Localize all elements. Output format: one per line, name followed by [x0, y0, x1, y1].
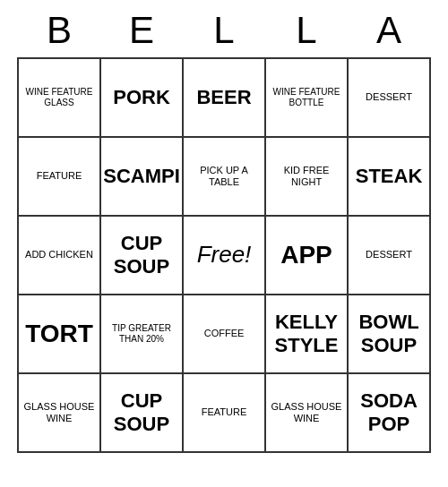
cell-1-1: SCAMPI — [101, 138, 184, 217]
cell-3-0: TORT — [19, 295, 101, 374]
cell-4-4: SODA POP — [349, 374, 431, 453]
cell-1-3: KID FREE NIGHT — [266, 138, 349, 217]
title-letter: B — [18, 9, 100, 52]
cell-3-2: COFFEE — [184, 295, 266, 374]
cell-1-0: FEATURE — [19, 138, 101, 217]
cell-4-3: GLASS HOUSE WINE — [266, 374, 349, 453]
cell-2-2: Free! — [184, 217, 266, 295]
cell-4-1: CUP SOUP — [101, 374, 184, 453]
cell-0-3: WINE FEATURE BOTTLE — [266, 59, 349, 138]
bingo-grid: WINE FEATURE GLASSPORKBEERWINE FEATURE B… — [17, 57, 431, 453]
cell-2-0: ADD CHICKEN — [19, 217, 101, 295]
cell-4-0: GLASS HOUSE WINE — [19, 374, 101, 453]
cell-3-1: TIP GREATER THAN 20% — [101, 295, 184, 374]
cell-3-4: BOWL SOUP — [349, 295, 431, 374]
title-letter: A — [348, 9, 430, 52]
cell-0-0: WINE FEATURE GLASS — [19, 59, 101, 138]
title-letter: L — [183, 9, 265, 52]
cell-2-4: DESSERT — [349, 217, 431, 295]
cell-3-3: KELLY STYLE — [266, 295, 349, 374]
title-row: BELLA — [18, 9, 430, 52]
cell-1-2: PICK UP A TABLE — [184, 138, 266, 217]
cell-0-2: BEER — [184, 59, 266, 138]
cell-1-4: STEAK — [349, 138, 431, 217]
cell-4-2: FEATURE — [184, 374, 266, 453]
cell-0-4: DESSERT — [349, 59, 431, 138]
cell-0-1: PORK — [101, 59, 184, 138]
title-letter: L — [265, 9, 348, 52]
cell-2-3: APP — [266, 217, 349, 295]
title-letter: E — [100, 9, 183, 52]
cell-2-1: CUP SOUP — [101, 217, 184, 295]
